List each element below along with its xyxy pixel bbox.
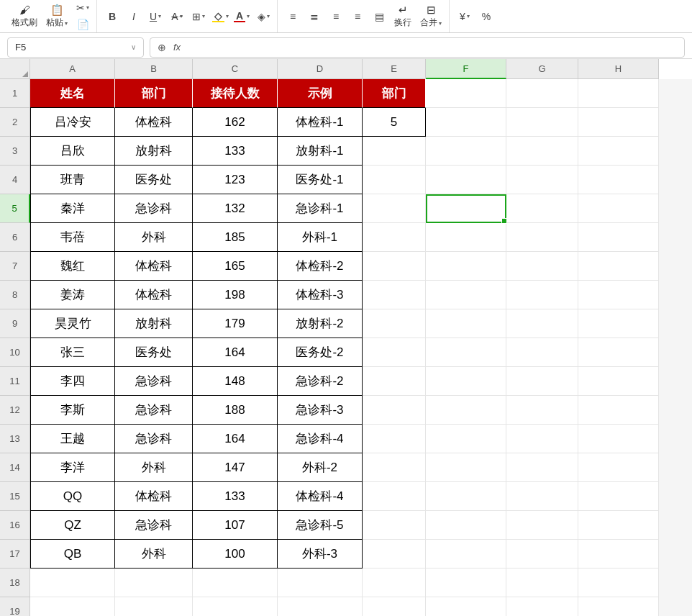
cell-F2[interactable] <box>426 108 506 137</box>
cell-C3[interactable]: 133 <box>193 137 278 166</box>
cell-B5[interactable]: 急诊科 <box>115 194 193 223</box>
cell-H13[interactable] <box>578 425 659 453</box>
cell-C9[interactable]: 179 <box>193 309 278 338</box>
cell-H4[interactable] <box>578 166 659 194</box>
cell-B12[interactable]: 急诊科 <box>115 396 193 425</box>
cell-A14[interactable]: 李洋 <box>30 453 115 482</box>
cell-C18[interactable] <box>193 569 278 597</box>
cell-A1[interactable]: 姓名 <box>30 79 115 108</box>
cell-A13[interactable]: 王越 <box>30 425 115 453</box>
cell-H14[interactable] <box>578 453 659 482</box>
cell-C16[interactable]: 107 <box>193 511 278 540</box>
cell-D13[interactable]: 急诊科-4 <box>278 425 363 453</box>
copy-button[interactable]: 📄 <box>73 17 92 33</box>
cell-H9[interactable] <box>578 309 659 338</box>
cell-F14[interactable] <box>426 453 506 482</box>
cell-G9[interactable] <box>506 309 578 338</box>
cell-E17[interactable] <box>363 540 426 569</box>
row-header-16[interactable]: 16 <box>0 511 30 540</box>
cell-F19[interactable] <box>426 597 506 616</box>
row-header-6[interactable]: 6 <box>0 223 30 252</box>
cell-B18[interactable] <box>115 569 193 597</box>
italic-button[interactable]: I <box>124 8 143 25</box>
row-header-17[interactable]: 17 <box>0 540 30 569</box>
cell-G4[interactable] <box>506 166 578 194</box>
cell-E6[interactable] <box>363 223 426 252</box>
cell-G11[interactable] <box>506 367 578 396</box>
fill-color-button[interactable]: ◇▾ <box>211 8 229 25</box>
col-header-F[interactable]: F <box>426 59 506 79</box>
cell-A19[interactable] <box>30 597 115 616</box>
cell-G13[interactable] <box>506 425 578 453</box>
cell-B15[interactable]: 体检科 <box>115 482 193 511</box>
cell-F4[interactable] <box>426 166 506 194</box>
row-header-15[interactable]: 15 <box>0 482 30 511</box>
name-box[interactable]: F5 ∨ <box>7 37 144 58</box>
cell-C19[interactable] <box>193 597 278 616</box>
row-header-8[interactable]: 8 <box>0 281 30 309</box>
cell-D7[interactable]: 体检科-2 <box>278 252 363 281</box>
underline-button[interactable]: U▾ <box>146 8 165 25</box>
cell-G12[interactable] <box>506 396 578 425</box>
cell-D10[interactable]: 医务处-2 <box>278 338 363 367</box>
row-header-4[interactable]: 4 <box>0 166 30 194</box>
cell-G5[interactable] <box>506 194 578 223</box>
cell-F11[interactable] <box>426 367 506 396</box>
cell-D17[interactable]: 外科-3 <box>278 540 363 569</box>
cell-G2[interactable] <box>506 108 578 137</box>
cell-F13[interactable] <box>426 425 506 453</box>
col-header-H[interactable]: H <box>578 59 659 79</box>
cell-H10[interactable] <box>578 338 659 367</box>
cell-F16[interactable] <box>426 511 506 540</box>
cell-F6[interactable] <box>426 223 506 252</box>
cell-H19[interactable] <box>578 597 659 616</box>
align-middle-button[interactable]: ≣ <box>305 8 324 25</box>
cell-A3[interactable]: 吕欣 <box>30 137 115 166</box>
cell-H17[interactable] <box>578 540 659 569</box>
cell-B9[interactable]: 放射科 <box>115 309 193 338</box>
row-header-9[interactable]: 9 <box>0 309 30 338</box>
cell-E8[interactable] <box>363 281 426 309</box>
cell-A17[interactable]: QB <box>30 540 115 569</box>
cell-D15[interactable]: 体检科-4 <box>278 482 363 511</box>
cell-E15[interactable] <box>363 482 426 511</box>
cell-A11[interactable]: 李四 <box>30 367 115 396</box>
cell-B1[interactable]: 部门 <box>115 79 193 108</box>
cell-D4[interactable]: 医务处-1 <box>278 166 363 194</box>
cell-E14[interactable] <box>363 453 426 482</box>
cell-G18[interactable] <box>506 569 578 597</box>
cell-E18[interactable] <box>363 569 426 597</box>
cell-E13[interactable] <box>363 425 426 453</box>
cell-G8[interactable] <box>506 281 578 309</box>
currency-button[interactable]: ¥▾ <box>455 8 474 25</box>
cell-B8[interactable]: 体检科 <box>115 281 193 309</box>
row-header-10[interactable]: 10 <box>0 338 30 367</box>
cell-F1[interactable] <box>426 79 506 108</box>
cell-E16[interactable] <box>363 511 426 540</box>
cell-B10[interactable]: 医务处 <box>115 338 193 367</box>
cell-F8[interactable] <box>426 281 506 309</box>
cell-D12[interactable]: 急诊科-3 <box>278 396 363 425</box>
format-painter-button[interactable]: 🖌 格式刷 <box>9 0 40 32</box>
cell-H2[interactable] <box>578 108 659 137</box>
cell-G15[interactable] <box>506 482 578 511</box>
cell-C10[interactable]: 164 <box>193 338 278 367</box>
col-header-D[interactable]: D <box>278 59 363 79</box>
cell-G19[interactable] <box>506 597 578 616</box>
cell-D8[interactable]: 体检科-3 <box>278 281 363 309</box>
cell-B13[interactable]: 急诊科 <box>115 425 193 453</box>
cell-F18[interactable] <box>426 569 506 597</box>
cell-B17[interactable]: 外科 <box>115 540 193 569</box>
cell-C4[interactable]: 123 <box>193 166 278 194</box>
col-header-B[interactable]: B <box>115 59 193 79</box>
cell-B16[interactable]: 急诊科 <box>115 511 193 540</box>
cell-D3[interactable]: 放射科-1 <box>278 137 363 166</box>
cell-A10[interactable]: 张三 <box>30 338 115 367</box>
cell-A16[interactable]: QZ <box>30 511 115 540</box>
cell-B7[interactable]: 体检科 <box>115 252 193 281</box>
cell-A15[interactable]: QQ <box>30 482 115 511</box>
cell-H18[interactable] <box>578 569 659 597</box>
cell-C7[interactable]: 165 <box>193 252 278 281</box>
indent-button[interactable]: ▤ <box>370 8 388 25</box>
cell-C12[interactable]: 188 <box>193 396 278 425</box>
